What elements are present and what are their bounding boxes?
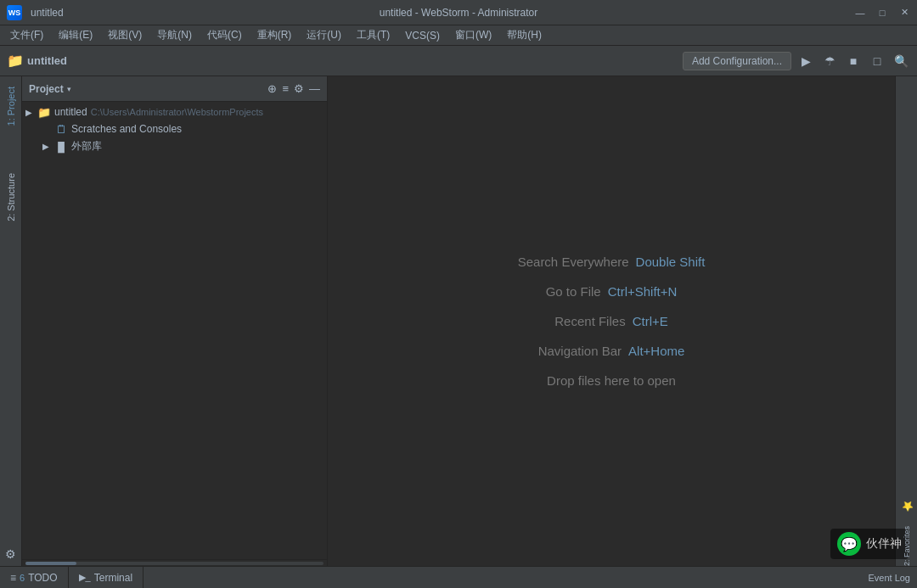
toolbar-left: 📁 untitled	[7, 53, 67, 69]
tree-arrow-external-lib: ▶	[42, 142, 54, 151]
bottom-tabs-right: Event Log	[861, 573, 917, 583]
todo-num: 6	[20, 573, 25, 583]
sidebar-settings-icon[interactable]: ⚙	[2, 542, 20, 566]
tree-item-external-lib[interactable]: ▶ ▐▌ 外部库	[22, 137, 327, 155]
todo-tab[interactable]: ≡ 6 TODO	[0, 567, 69, 588]
menu-window[interactable]: 窗口(W)	[448, 26, 498, 44]
window-controls: — □ ✕	[854, 7, 910, 19]
file-tree: ▶ 📁 untitled C:\Users\Administrator\Webs…	[22, 102, 327, 559]
add-configuration-button[interactable]: Add Configuration...	[683, 52, 791, 70]
menu-help[interactable]: 帮助(H)	[500, 26, 549, 44]
hint-recent-files: Recent Files Ctrl+E	[554, 314, 667, 328]
bottom-tabs-left: ≡ 6 TODO ▶_ Terminal	[0, 567, 143, 588]
hint-search-everywhere-shortcut: Double Shift	[636, 255, 706, 269]
title-bar-left: WS untitled	[7, 5, 64, 20]
expand-button[interactable]: □	[868, 52, 886, 70]
sidebar-scrollbar[interactable]	[22, 559, 327, 566]
coverage-button[interactable]: ☂	[820, 52, 839, 70]
folder-icon: 📁	[7, 53, 24, 69]
scrollbar-track	[25, 562, 323, 565]
window-title: untitled - WebStorm - Administrator	[380, 7, 538, 19]
hint-recent-files-shortcut: Ctrl+E	[633, 314, 668, 328]
watermark: 💬 伙伴神	[830, 529, 909, 559]
wechat-icon: 💬	[837, 532, 861, 556]
todo-label: TODO	[28, 572, 57, 584]
hint-navigation-bar-shortcut: Alt+Home	[628, 344, 684, 358]
menu-refactor[interactable]: 重构(R)	[250, 26, 299, 44]
tree-label-scratches: Scratches and Consoles	[71, 123, 182, 135]
scope-icon[interactable]: ⊕	[267, 82, 277, 95]
tree-item-root[interactable]: ▶ 📁 untitled C:\Users\Administrator\Webs…	[22, 104, 327, 120]
gear-icon[interactable]: ⚙	[294, 82, 304, 95]
menu-view[interactable]: 视图(V)	[101, 26, 149, 44]
webstorm-logo: WS	[7, 5, 22, 20]
close-button[interactable]: ✕	[898, 7, 910, 19]
search-everywhere-button[interactable]: 🔍	[892, 52, 910, 70]
sidebar-header: Project ▾ ⊕ ≡ ⚙ —	[22, 76, 327, 102]
editor-area: Search Everywhere Double Shift Go to Fil…	[328, 76, 895, 566]
hint-navigation-bar: Navigation Bar Alt+Home	[538, 344, 685, 358]
sidebar: Project ▾ ⊕ ≡ ⚙ — ▶ 📁 untitled C:\Users\…	[22, 76, 328, 566]
hint-navigation-bar-label: Navigation Bar	[538, 344, 622, 358]
hint-go-to-file-shortcut: Ctrl+Shift+N	[608, 284, 678, 299]
sidebar-header-left: Project ▾	[29, 83, 71, 95]
menu-tools[interactable]: 工具(T)	[350, 26, 397, 44]
tree-item-scratches[interactable]: 🗒 Scratches and Consoles	[22, 120, 327, 137]
hint-search-everywhere-label: Search Everywhere	[518, 255, 629, 269]
restore-button[interactable]: □	[876, 7, 888, 19]
minimize-button[interactable]: —	[854, 7, 866, 19]
toolbar-right: Add Configuration... ▶ ☂ ■ □ 🔍	[683, 52, 910, 70]
collapse-all-icon[interactable]: ≡	[282, 82, 289, 95]
project-dropdown-arrow[interactable]: ▾	[67, 85, 71, 93]
event-log-label: Event Log	[868, 573, 910, 583]
scratches-icon: 🗒	[54, 122, 68, 136]
menu-file[interactable]: 文件(F)	[3, 26, 50, 44]
terminal-tab[interactable]: ▶_ Terminal	[69, 567, 143, 588]
tree-label-external-lib: 外部库	[71, 139, 102, 154]
hint-drop-files-text: Drop files here to open	[547, 373, 676, 388]
sidebar-item-favorites[interactable]: ⭐	[897, 496, 915, 518]
title-bar: WS untitled untitled - WebStorm - Admini…	[0, 0, 917, 25]
hint-search-everywhere: Search Everywhere Double Shift	[518, 255, 706, 269]
left-vertical-tabs: 1: Project 2: Structure ⚙	[0, 76, 22, 566]
project-name-title: untitled	[31, 7, 64, 19]
folder-icon-root: 📁	[37, 105, 51, 119]
menu-bar: 文件(F) 编辑(E) 视图(V) 导航(N) 代码(C) 重构(R) 运行(U…	[0, 25, 917, 46]
tree-label-root: untitled	[54, 106, 87, 118]
menu-edit[interactable]: 编辑(E)	[52, 26, 99, 44]
todo-icon: ≡	[10, 572, 16, 584]
menu-code[interactable]: 代码(C)	[200, 26, 249, 44]
bottom-bar: ≡ 6 TODO ▶_ Terminal Event Log	[0, 566, 917, 588]
toolbar-project-name: untitled	[27, 54, 67, 67]
scrollbar-thumb	[25, 562, 76, 565]
watermark-text: 伙伴神	[866, 536, 902, 552]
sidebar-header-icons: ⊕ ≡ ⚙ —	[267, 82, 320, 95]
sidebar-item-structure[interactable]: 2: Structure	[3, 166, 20, 228]
sidebar-item-project[interactable]: 1: Project	[3, 80, 20, 132]
menu-navigate[interactable]: 导航(N)	[150, 26, 199, 44]
terminal-icon: ▶_	[79, 572, 91, 583]
right-vertical-tabs: ⭐ 2: Favorites	[895, 76, 917, 566]
menu-vcs[interactable]: VCS(S)	[398, 28, 447, 43]
run-button[interactable]: ▶	[796, 52, 815, 70]
main-layout: 1: Project 2: Structure ⚙ Project ▾ ⊕ ≡ …	[0, 76, 917, 566]
hint-recent-files-label: Recent Files	[554, 314, 625, 328]
hint-go-to-file-label: Go to File	[546, 284, 601, 299]
tree-path-root: C:\Users\Administrator\WebstormProjects	[91, 107, 263, 117]
project-label: Project	[29, 83, 64, 95]
toolbar: 📁 untitled Add Configuration... ▶ ☂ ■ □ …	[0, 46, 917, 76]
terminal-label: Terminal	[94, 572, 132, 584]
tree-arrow-root: ▶	[25, 108, 37, 117]
close-sidebar-icon[interactable]: —	[309, 82, 320, 95]
stop-button[interactable]: ■	[844, 52, 863, 70]
library-icon: ▐▌	[54, 140, 68, 154]
hint-drop-files: Drop files here to open	[547, 373, 676, 388]
menu-run[interactable]: 运行(U)	[300, 26, 348, 44]
hint-go-to-file: Go to File Ctrl+Shift+N	[546, 284, 678, 299]
